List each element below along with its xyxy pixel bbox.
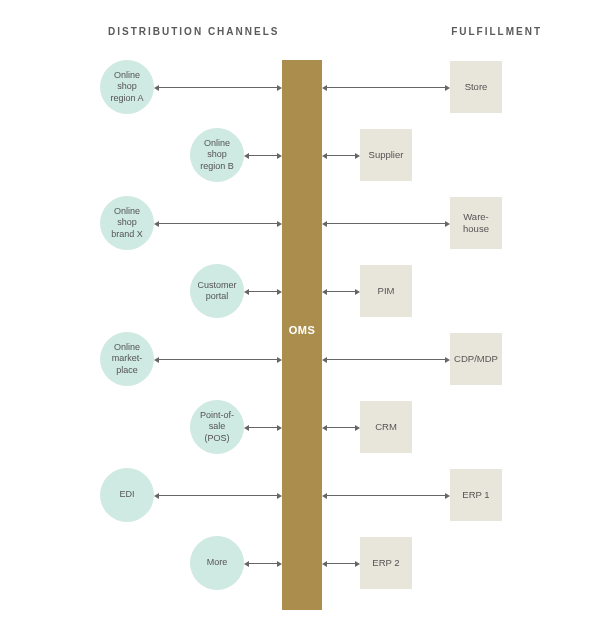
header-fulfillment: FULFILLMENT <box>451 26 542 37</box>
fulfillment-crm: CRM <box>360 401 412 453</box>
arrow-fulfillment-cdp <box>326 359 446 360</box>
channel-marketplace-label: Onlinemarket-place <box>112 342 143 376</box>
fulfillment-supplier-label: Supplier <box>369 149 404 161</box>
channel-brand-x: Onlineshopbrand X <box>100 196 154 250</box>
fulfillment-store: Store <box>450 61 502 113</box>
fulfillment-cdp: CDP/MDP <box>450 333 502 385</box>
arrow-channel-cust-portal <box>248 291 278 292</box>
channel-pos: Point-of-sale(POS) <box>190 400 244 454</box>
arrow-channel-edi <box>158 495 278 496</box>
fulfillment-supplier: Supplier <box>360 129 412 181</box>
channel-marketplace: Onlinemarket-place <box>100 332 154 386</box>
arrow-channel-region-b <box>248 155 278 156</box>
arrow-channel-pos <box>248 427 278 428</box>
channel-more: More <box>190 536 244 590</box>
channel-more-label: More <box>207 557 228 568</box>
arrow-fulfillment-warehouse <box>326 223 446 224</box>
arrow-fulfillment-supplier <box>326 155 356 156</box>
fulfillment-warehouse-label: Ware-house <box>463 211 489 235</box>
arrow-fulfillment-erp2 <box>326 563 356 564</box>
fulfillment-pim: PIM <box>360 265 412 317</box>
fulfillment-pim-label: PIM <box>378 285 395 297</box>
fulfillment-store-label: Store <box>465 81 488 93</box>
arrow-channel-more <box>248 563 278 564</box>
arrow-channel-marketplace <box>158 359 278 360</box>
fulfillment-erp2: ERP 2 <box>360 537 412 589</box>
arrow-fulfillment-crm <box>326 427 356 428</box>
channel-edi: EDI <box>100 468 154 522</box>
channel-region-b-label: Onlineshopregion B <box>200 138 234 172</box>
diagram-stage: DISTRIBUTION CHANNELS FULFILLMENT OMS On… <box>0 0 600 620</box>
oms-label: OMS <box>282 324 322 336</box>
arrow-channel-brand-x <box>158 223 278 224</box>
arrow-fulfillment-store <box>326 87 446 88</box>
channel-region-a: Onlineshopregion A <box>100 60 154 114</box>
arrow-fulfillment-pim <box>326 291 356 292</box>
fulfillment-warehouse: Ware-house <box>450 197 502 249</box>
channel-pos-label: Point-of-sale(POS) <box>200 410 234 444</box>
channel-cust-portal: Customerportal <box>190 264 244 318</box>
arrow-fulfillment-erp1 <box>326 495 446 496</box>
channel-brand-x-label: Onlineshopbrand X <box>111 206 143 240</box>
fulfillment-erp2-label: ERP 2 <box>372 557 399 569</box>
arrow-channel-region-a <box>158 87 278 88</box>
channel-cust-portal-label: Customerportal <box>197 280 236 303</box>
channel-edi-label: EDI <box>119 489 134 500</box>
channel-region-b: Onlineshopregion B <box>190 128 244 182</box>
fulfillment-cdp-label: CDP/MDP <box>454 353 498 365</box>
fulfillment-erp1-label: ERP 1 <box>462 489 489 501</box>
channel-region-a-label: Onlineshopregion A <box>110 70 143 104</box>
header-distribution-channels: DISTRIBUTION CHANNELS <box>108 26 279 37</box>
fulfillment-crm-label: CRM <box>375 421 397 433</box>
fulfillment-erp1: ERP 1 <box>450 469 502 521</box>
